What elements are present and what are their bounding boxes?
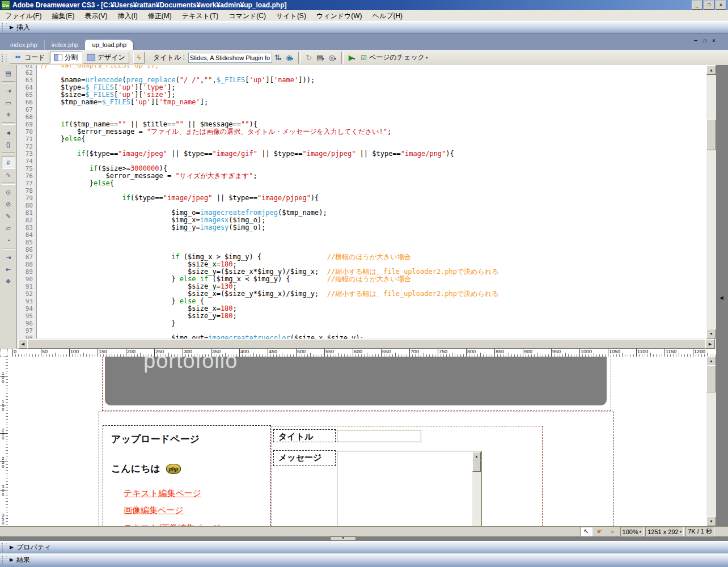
menu-item-4[interactable]: 修正(M)	[143, 11, 177, 21]
insert-bar-grip[interactable]	[2, 23, 7, 31]
code-line[interactable]: 71 }else{	[17, 136, 706, 143]
code-line[interactable]: 96 }	[17, 320, 706, 327]
menu-item-7[interactable]: サイト(S)	[271, 11, 311, 21]
title-bar[interactable]: Dw Adobe Dreamweaver CS3 - [C:¥Users¥rat…	[0, 0, 728, 10]
restore-button[interactable]: ❐	[704, 1, 714, 10]
code-editor[interactable]: 61// var_dump($_FILES['up']);6263 $name=…	[17, 65, 706, 338]
outdent-code-icon[interactable]: ⇤	[2, 264, 15, 276]
menu-item-6[interactable]: コマンド(C)	[223, 11, 271, 21]
code-navigator-icon[interactable]: ▶▾	[346, 53, 358, 62]
menu-item-3[interactable]: 挿入(I)	[112, 11, 142, 21]
design-view-canvas[interactable]: portofolio アップロードページ こんにちは php テキスト編集ページ…	[8, 357, 706, 526]
refresh-icon[interactable]: ↻	[303, 53, 314, 62]
remove-comment-icon[interactable]: ⊘	[2, 198, 15, 210]
code-line[interactable]: 85	[17, 239, 706, 246]
doc-minimize-button[interactable]: –	[694, 37, 697, 44]
menu-item-8[interactable]: ウィンドウ(W)	[311, 11, 367, 21]
panel-splitter: ▼	[0, 536, 728, 541]
doc-restore-button[interactable]: ❐	[703, 37, 706, 44]
design-scroll-down-icon[interactable]: ▼	[706, 517, 716, 526]
properties-expand-icon: ▶	[10, 544, 14, 550]
code-horizontal-scrollbar[interactable]: ◀ ▶	[17, 338, 716, 348]
code-line[interactable]: 83 $img_y=imagesy($img_o);	[17, 224, 706, 231]
code-view-button[interactable]: <> コード	[10, 52, 49, 64]
move-css-icon[interactable]: ◔	[2, 234, 15, 246]
document-tab-0[interactable]: index.php	[3, 40, 44, 50]
code-line[interactable]: 76 $error_message = "サイズが大きすぎます";	[17, 172, 706, 180]
design-link-1[interactable]: 画像編集ページ	[124, 505, 184, 516]
wrap-tag-icon[interactable]: ✎	[2, 210, 15, 222]
code-line[interactable]: 70 $error_message = "ファイル、または画像の選択、タイトル・…	[17, 128, 706, 136]
select-parent-tag-icon[interactable]: ◄	[2, 126, 15, 138]
scroll-right-icon[interactable]: ▶	[705, 339, 715, 349]
close-button[interactable]: ✕	[716, 1, 726, 10]
menu-item-5[interactable]: テキスト(T)	[177, 11, 223, 21]
view-options-icon[interactable]: ▤▾	[314, 53, 327, 62]
format-source-code-icon[interactable]: ❖	[2, 276, 15, 287]
hand-tool-button[interactable]: ☛	[594, 527, 606, 536]
design-link-0[interactable]: テキスト編集ページ	[124, 488, 201, 499]
code-hscroll-thumb[interactable]	[27, 339, 706, 349]
indent-code-icon[interactable]: ⇥	[2, 252, 15, 264]
scroll-left-icon[interactable]: ◀	[18, 339, 28, 349]
results-grip[interactable]	[2, 556, 7, 564]
minimize-button[interactable]: _	[692, 1, 702, 10]
balance-braces-icon[interactable]: {}	[2, 138, 15, 150]
collapse-selection-icon[interactable]: ▭	[2, 97, 15, 109]
code-line[interactable]: 77 }else{	[17, 180, 706, 187]
results-panel-bar[interactable]: ▶ 結果	[0, 553, 728, 566]
code-line[interactable]: 67	[17, 106, 706, 113]
code-line[interactable]: 73 if($type=="image/jpeg" || $type=="ima…	[17, 150, 706, 158]
properties-panel-bar[interactable]: ▶ プロパティ	[0, 541, 728, 553]
code-vscroll-thumb[interactable]	[706, 120, 716, 150]
zoom-tool-button[interactable]: ⌕	[607, 527, 619, 536]
doc-close-button[interactable]: ×	[712, 37, 716, 44]
design-vertical-scrollbar[interactable]: ▲ ▼	[706, 356, 716, 526]
message-textarea[interactable]: ▲	[337, 451, 482, 526]
highlight-invalid-code-icon[interactable]: ∿	[2, 169, 15, 181]
menu-item-0[interactable]: ファイル(F)	[0, 11, 46, 21]
properties-grip[interactable]	[2, 543, 7, 551]
visual-aids-icon[interactable]: ◎▾	[327, 53, 338, 62]
recent-snippets-icon[interactable]: ▱	[2, 222, 15, 234]
window-size-select[interactable]: 1251 x 292▾	[645, 527, 684, 536]
zoom-level-select[interactable]: 100%▾	[620, 527, 644, 536]
menu-item-1[interactable]: 編集(E)	[46, 11, 79, 21]
line-numbers-icon[interactable]: #	[2, 156, 15, 169]
design-scroll-up-icon[interactable]: ▲	[706, 356, 716, 366]
textarea-scrollbar[interactable]: ▲	[472, 452, 481, 526]
document-tab-1[interactable]: index.php	[44, 40, 86, 50]
file-management-icon[interactable]: ⇅▾	[272, 53, 283, 62]
menu-item-9[interactable]: ヘルプ(H)	[367, 11, 408, 21]
split-view-button[interactable]: 分割	[50, 52, 82, 64]
preview-globe-icon[interactable]: ◉▾	[283, 53, 295, 62]
textarea-scroll-up-icon[interactable]: ▲	[472, 452, 481, 460]
code-line[interactable]: 84	[17, 231, 706, 239]
scroll-down-icon[interactable]: ▼	[706, 329, 716, 338]
expand-all-icon[interactable]: ✳	[2, 109, 15, 121]
toolbar-grip[interactable]	[2, 54, 7, 62]
collapse-panels-icon[interactable]: ◀	[719, 295, 723, 301]
design-vscroll-thumb[interactable]	[706, 365, 716, 392]
apply-comment-icon[interactable]: ⊙	[2, 187, 15, 198]
collapse-full-tag-icon[interactable]: ⇥	[2, 85, 15, 97]
code-line[interactable]: 66 $tmp_name=$_FILES['up']['tmp_name'];	[17, 99, 706, 106]
select-tool-button[interactable]: ↖	[580, 527, 592, 536]
open-documents-icon[interactable]: ▤	[2, 67, 15, 79]
page-header-block[interactable]: portofolio	[105, 357, 607, 405]
live-data-button[interactable]: ϟ	[133, 52, 145, 64]
textarea-scroll-thumb[interactable]	[472, 460, 481, 472]
title-text-input[interactable]	[337, 430, 421, 442]
design-view-button[interactable]: デザイン	[83, 52, 129, 64]
code-line[interactable]: 79 if($type=="image/jpeg" || $type=="ima…	[17, 194, 706, 202]
code-line[interactable]: 61// var_dump($_FILES['up']);	[17, 65, 706, 69]
insert-bar[interactable]: ▶ 挿入	[0, 21, 728, 33]
document-tab-2[interactable]: up_load.php	[85, 40, 133, 50]
page-title-input[interactable]	[188, 53, 272, 63]
code-vertical-scrollbar[interactable]: ▲ ▼	[706, 65, 716, 338]
check-page-button[interactable]: ☑ ページのチェック▾	[357, 52, 431, 63]
scroll-up-icon[interactable]: ▲	[706, 65, 716, 75]
menu-item-2[interactable]: 表示(V)	[79, 11, 112, 21]
code-line[interactable]: 98 $img_out=imagecreatetruecolor($size_x…	[17, 335, 706, 338]
collapse-panel-button[interactable]: ▼	[330, 536, 356, 541]
